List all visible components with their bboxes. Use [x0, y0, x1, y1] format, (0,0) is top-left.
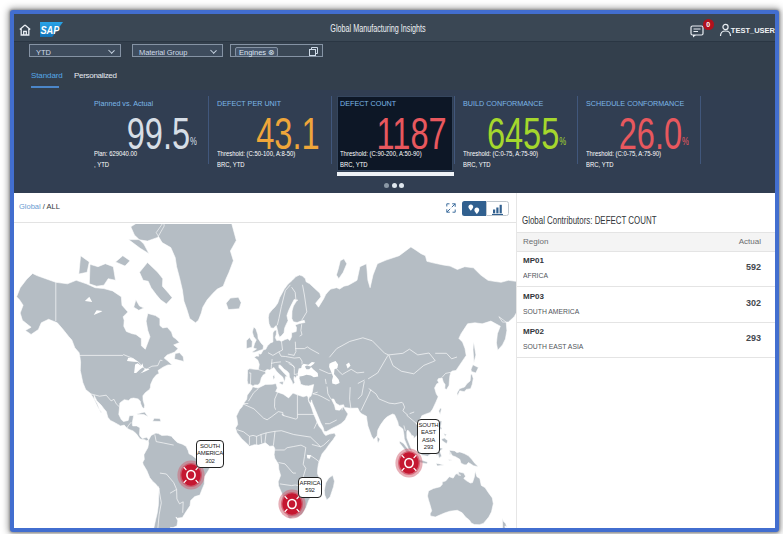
svg-text:SAP: SAP [40, 24, 59, 36]
